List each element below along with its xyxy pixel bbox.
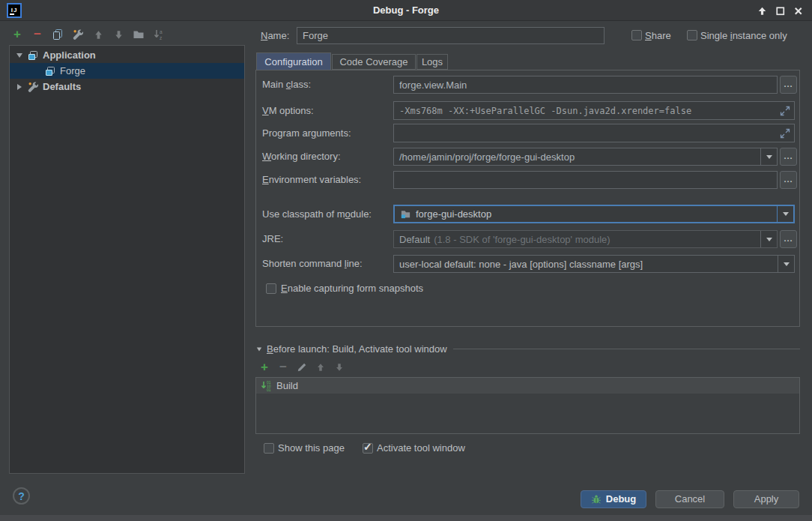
tab-code-coverage[interactable]: Code Coverage [332, 54, 416, 70]
main-class-input[interactable]: forge.view.Main [393, 76, 778, 94]
move-task-down-icon[interactable] [333, 361, 346, 374]
remove-task-icon[interactable]: − [276, 361, 290, 374]
edit-defaults-icon[interactable] [71, 28, 85, 41]
intellij-logo-icon: IJ [7, 3, 22, 18]
remove-configuration-icon[interactable]: − [31, 28, 44, 41]
jre-combobox[interactable]: Default (1.8 - SDK of 'forge-gui-desktop… [393, 230, 778, 248]
move-task-up-icon[interactable] [314, 361, 327, 374]
before-launch-header[interactable]: Before launch: Build, Activate tool wind… [256, 343, 800, 355]
environment-variables-browse-button[interactable]: ... [780, 171, 797, 189]
tab-configuration[interactable]: Configuration [256, 52, 331, 70]
activate-tool-window-checkbox[interactable]: ✓ [363, 443, 373, 454]
enable-snapshots-label: Enable capturing form snapshots [281, 279, 423, 298]
tree-item-label: Application [43, 49, 96, 61]
application-icon [44, 65, 56, 77]
apply-button[interactable]: Apply [733, 490, 799, 508]
svg-text:01: 01 [267, 388, 271, 392]
show-this-page-label: Show this page [278, 439, 345, 457]
program-arguments-input[interactable] [393, 124, 795, 142]
sort-configurations-icon[interactable]: az [152, 28, 166, 41]
debug-button[interactable]: Debug [581, 490, 646, 508]
move-down-icon[interactable] [112, 28, 125, 41]
tree-item-application[interactable]: Application [10, 47, 244, 63]
create-folder-icon[interactable] [132, 28, 145, 41]
tree-item-forge[interactable]: Forge [10, 63, 244, 79]
maximize-window-icon[interactable] [774, 4, 787, 17]
working-directory-label: Working directory: [262, 148, 341, 166]
show-this-page-checkbox[interactable]: ✓ [264, 443, 274, 454]
share-label: Share [645, 27, 671, 44]
main-class-label: Main class: [262, 76, 311, 94]
copy-configuration-icon[interactable] [51, 28, 64, 41]
before-launch-toolbar: + − [258, 361, 346, 374]
help-icon[interactable]: ? [13, 487, 30, 505]
enable-snapshots-checkbox[interactable]: ✓ [266, 283, 276, 294]
module-icon [400, 208, 411, 220]
working-directory-dropdown-icon[interactable] [760, 148, 777, 165]
jre-browse-button[interactable]: ... [780, 230, 797, 248]
vm-options-label: VM options: [262, 101, 314, 120]
expand-field-icon[interactable] [780, 106, 790, 116]
window-bottom-edge [0, 515, 812, 521]
name-input[interactable]: Forge [297, 27, 605, 44]
working-directory-input[interactable]: /home/jamin/proj/forge/forge-gui-desktop [393, 148, 778, 166]
shorten-command-line-combobox[interactable]: user-local default: none - java [options… [393, 255, 795, 273]
classpath-module-label: Use classpath of module: [262, 205, 372, 223]
configurations-toolbar: + − az [10, 28, 166, 41]
add-configuration-icon[interactable]: + [10, 28, 24, 41]
before-launch-task-list: 011001 Build [255, 377, 800, 434]
chevron-right-icon[interactable] [14, 84, 25, 90]
shorten-command-line-label: Shorten command line: [262, 255, 363, 273]
defaults-wrench-icon [27, 81, 39, 93]
svg-text:z: z [160, 35, 162, 40]
svg-text:a: a [160, 29, 163, 34]
debug-configuration-dialog: Debug - Forge IJ + − az [0, 0, 812, 521]
bug-icon [591, 494, 602, 505]
cancel-button[interactable]: Cancel [655, 490, 724, 508]
activate-tool-window-label: Activate tool window [377, 439, 465, 457]
expand-field-icon[interactable] [780, 128, 790, 139]
chevron-down-icon[interactable] [14, 53, 25, 58]
window-title: Debug - Forge [0, 0, 812, 21]
configurations-tree: Application Forge Defaults [9, 45, 245, 474]
rollup-window-icon[interactable] [756, 4, 769, 17]
tree-item-label: Forge [60, 65, 85, 76]
classpath-module-combobox[interactable]: forge-gui-desktop [393, 205, 795, 223]
working-directory-browse-button[interactable]: ... [780, 148, 797, 166]
tree-item-label: Defaults [43, 81, 81, 92]
collapse-section-icon[interactable] [257, 347, 261, 351]
single-instance-label: Single instance only [700, 27, 787, 44]
environment-variables-label: Environment variables: [262, 171, 361, 189]
main-class-browse-button[interactable]: ... [780, 76, 797, 94]
vm-options-input[interactable]: -Xms768m -XX:+UseParallelGC -Dsun.java2d… [393, 101, 795, 120]
add-task-icon[interactable]: + [258, 361, 271, 374]
application-icon [27, 49, 39, 61]
tree-item-defaults[interactable]: Defaults [10, 79, 244, 94]
build-icon: 011001 [261, 380, 273, 392]
title-bar: Debug - Forge IJ [0, 0, 812, 21]
name-label: Name: [261, 27, 289, 44]
move-up-icon[interactable] [91, 28, 105, 41]
close-window-icon[interactable] [792, 4, 805, 17]
share-checkbox[interactable]: ✓ [631, 30, 642, 40]
task-item-build[interactable]: 011001 Build [256, 378, 799, 394]
shorten-command-line-dropdown-icon[interactable] [778, 256, 794, 272]
program-arguments-label: Program arguments: [262, 124, 351, 142]
classpath-module-dropdown-icon[interactable] [777, 206, 793, 222]
single-instance-checkbox[interactable]: ✓ [687, 30, 697, 40]
edit-task-icon[interactable] [295, 361, 309, 374]
jre-dropdown-icon[interactable] [760, 231, 777, 247]
jre-label: JRE: [262, 230, 283, 248]
environment-variables-input[interactable] [393, 171, 778, 189]
tab-logs[interactable]: Logs [416, 54, 448, 70]
